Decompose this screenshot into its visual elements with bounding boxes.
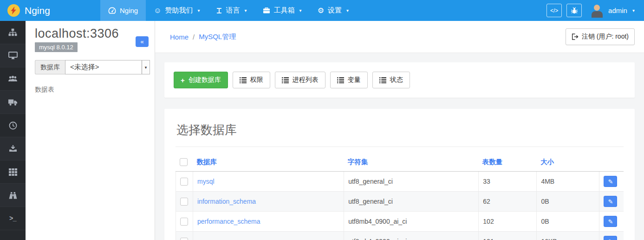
list-icon <box>240 77 247 83</box>
privileges-button[interactable]: 权限 <box>233 72 270 88</box>
row-checkbox[interactable] <box>180 218 188 226</box>
code-button[interactable]: </> <box>546 4 562 17</box>
user-menu[interactable]: admin ▾ <box>590 4 635 18</box>
privileges-label: 权限 <box>250 76 263 84</box>
cell-tables: 33 <box>479 172 537 192</box>
pencil-icon: ✎ <box>608 218 613 225</box>
cell-charset: utf8mb4_0900_ai_ci <box>344 212 479 232</box>
cell-size: 0B <box>537 212 599 232</box>
dashboard-icon <box>108 7 116 14</box>
table-icon <box>9 168 17 176</box>
sidebar-item-users[interactable] <box>0 67 26 91</box>
cell-charset: utf8_general_ci <box>344 192 479 212</box>
cell-tables: 62 <box>479 192 537 212</box>
sidebar-item-desktop[interactable] <box>0 44 26 67</box>
logout-button[interactable]: 注销 (用户: root) <box>566 28 635 45</box>
nav-item-language[interactable]: 语言 ▾ <box>208 0 255 21</box>
nav-item-label: 赞助我们 <box>165 6 193 15</box>
status-button[interactable]: 状态 <box>372 72 410 88</box>
table-row: sys utf8mb4_0900_ai_ci 101 16KB ✎ <box>176 232 624 240</box>
brand[interactable]: Nging <box>0 0 93 21</box>
breadcrumb-separator: / <box>193 33 195 41</box>
nav-item-label: 设置 <box>328 6 342 15</box>
nav-item-settings[interactable]: ⚙ 设置 ▾ <box>310 0 357 21</box>
list-icon <box>379 77 386 83</box>
select-all-checkbox[interactable] <box>180 158 188 166</box>
pencil-icon: ✎ <box>608 238 613 240</box>
sidebar-item-terminal[interactable]: >_ <box>0 207 26 230</box>
cell-charset: utf8mb4_0900_ai_ci <box>344 232 479 240</box>
database-link[interactable]: mysql <box>197 178 215 185</box>
table-row: performance_schema utf8mb4_0900_ai_ci 10… <box>176 212 624 232</box>
nav-item-toolbox[interactable]: 工具箱 ▾ <box>255 0 310 21</box>
create-database-button[interactable]: + 创建数据库 <box>174 72 228 88</box>
table-header-row: 数据库 字符集 表数量 大小 <box>176 153 624 172</box>
debug-button[interactable] <box>566 4 582 17</box>
app-window: Nging Nging ☺ 赞助我们 ▾ 语言 ▾ <box>0 0 644 240</box>
table-row: mysql utf8_general_ci 33 4MB ✎ <box>176 172 624 192</box>
sidebar-item-binoculars[interactable] <box>0 184 26 207</box>
header-size[interactable]: 大小 <box>537 153 599 172</box>
bug-icon <box>571 7 578 14</box>
header-charset[interactable]: 字符集 <box>344 153 479 172</box>
database-select-group: 数据库 <未选择> ▾ <box>35 60 150 74</box>
nav-item-nging[interactable]: Nging <box>100 0 146 21</box>
main-content: Home / MySQL管理 注销 (用户: root) + 创建数据库 <box>155 21 644 240</box>
pencil-icon: ✎ <box>608 198 613 205</box>
plus-icon: + <box>181 77 185 84</box>
download-icon <box>9 145 17 153</box>
breadcrumb-band: Home / MySQL管理 注销 (用户: root) <box>155 21 644 53</box>
nav-item-sponsor[interactable]: ☺ 赞助我们 ▾ <box>146 0 208 21</box>
sidebar-item-download[interactable] <box>0 137 26 160</box>
database-link[interactable]: sys <box>197 238 207 240</box>
edit-button[interactable]: ✎ <box>604 216 617 227</box>
header-table-count[interactable]: 表数量 <box>479 153 537 172</box>
chevron-down-icon: ▾ <box>346 8 349 13</box>
row-checkbox[interactable] <box>180 198 188 206</box>
edit-button[interactable]: ✎ <box>604 176 617 187</box>
sidebar-item-sitemap[interactable] <box>0 21 26 44</box>
edit-button[interactable]: ✎ <box>604 196 617 207</box>
section-title: 选择数据库 <box>176 120 624 147</box>
clock-icon <box>9 121 17 130</box>
collapse-panel-button[interactable]: « <box>136 36 149 47</box>
create-database-label: 创建数据库 <box>189 76 221 84</box>
edit-button[interactable]: ✎ <box>604 236 617 240</box>
server-panel: localhost:3306 mysql 8.0.12 « 数据库 <未选择> … <box>26 21 155 240</box>
variables-button[interactable]: 变量 <box>330 72 368 88</box>
navbar-right: </> admin ▾ <box>546 0 644 21</box>
toolbox-icon <box>263 7 270 14</box>
nging-logo-icon <box>7 4 20 17</box>
gear-icon: ⚙ <box>318 6 324 15</box>
breadcrumb-home-link[interactable]: Home <box>170 33 189 41</box>
server-host-title: localhost:3306 <box>35 27 145 41</box>
icon-sidebar: >_ <box>0 21 26 240</box>
sitemap-icon <box>8 28 17 36</box>
pencil-icon: ✎ <box>608 178 613 185</box>
sidebar-item-table[interactable] <box>0 160 26 184</box>
brand-label: Nging <box>25 5 50 16</box>
database-select-label: 数据库 <box>35 60 65 74</box>
sidebar-item-clock[interactable] <box>0 114 26 137</box>
database-link[interactable]: information_schema <box>197 198 256 205</box>
language-icon <box>216 7 222 14</box>
avatar <box>590 4 604 18</box>
chevron-down-icon: ▾ <box>198 8 200 13</box>
sign-out-icon <box>572 33 579 40</box>
row-checkbox[interactable] <box>180 238 188 240</box>
divider <box>176 147 624 147</box>
database-link[interactable]: performance_schema <box>197 218 260 225</box>
list-icon <box>282 77 289 83</box>
truck-icon <box>8 99 18 106</box>
row-checkbox[interactable] <box>180 178 188 186</box>
user-name: admin <box>608 7 627 14</box>
process-list-button[interactable]: 进程列表 <box>275 72 325 88</box>
header-database[interactable]: 数据库 <box>193 153 344 172</box>
sidebar-item-truck[interactable] <box>0 91 26 114</box>
database-select[interactable]: <未选择> ▾ <box>65 60 150 74</box>
breadcrumb-current[interactable]: MySQL管理 <box>199 33 236 41</box>
cell-size: 0B <box>537 192 599 212</box>
binoculars-icon <box>9 192 17 199</box>
chevron-down-icon: ▾ <box>245 8 247 13</box>
top-navbar: Nging Nging ☺ 赞助我们 ▾ 语言 ▾ <box>0 0 644 21</box>
